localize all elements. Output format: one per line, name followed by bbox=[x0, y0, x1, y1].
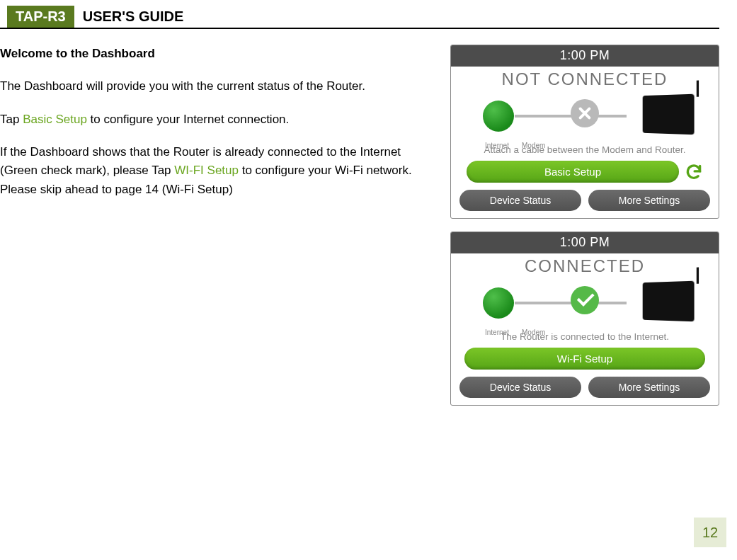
label-modem: Modem bbox=[522, 328, 545, 336]
page-header: TAP-R3 USER'S GUIDE bbox=[0, 6, 719, 29]
label-internet: Internet bbox=[485, 142, 509, 149]
router-device-icon bbox=[643, 94, 695, 135]
dashboard-screenshot-not-connected: 1:00 PM NOT CONNECTED Internet Modem Att… bbox=[450, 45, 719, 219]
section-heading: Welcome to the Dashboard bbox=[0, 45, 433, 63]
internet-globe-icon bbox=[483, 287, 514, 319]
more-settings-button[interactable]: More Settings bbox=[588, 377, 710, 398]
connection-diagram: Internet Modem bbox=[451, 278, 719, 327]
time-bar: 1:00 PM bbox=[451, 232, 719, 253]
paragraph-2: Tap Basic Setup to configure your Intern… bbox=[0, 110, 433, 129]
router-device-icon bbox=[643, 281, 695, 322]
check-icon bbox=[571, 286, 599, 314]
device-status-button[interactable]: Device Status bbox=[459, 190, 581, 211]
wifi-setup-button[interactable]: Wi-Fi Setup bbox=[464, 348, 705, 370]
internet-globe-icon bbox=[483, 101, 514, 132]
label-internet: Internet bbox=[485, 328, 509, 336]
product-badge: TAP-R3 bbox=[7, 6, 74, 28]
basic-setup-button[interactable]: Basic Setup bbox=[467, 161, 679, 183]
connection-status: CONNECTED bbox=[451, 256, 719, 276]
paragraph-3: If the Dashboard shows that the Router i… bbox=[0, 143, 433, 199]
body-text: Welcome to the Dashboard The Dashboard w… bbox=[0, 45, 433, 418]
label-modem: Modem bbox=[522, 142, 545, 149]
dashboard-screenshot-connected: 1:00 PM CONNECTED Internet Modem The Rou… bbox=[450, 232, 719, 406]
basic-setup-ref: Basic Setup bbox=[23, 113, 87, 126]
connection-diagram: Internet Modem bbox=[451, 91, 719, 140]
paragraph-1: The Dashboard will provide you with the … bbox=[0, 77, 433, 96]
device-status-button[interactable]: Device Status bbox=[459, 377, 581, 398]
page-number: 12 bbox=[694, 518, 726, 547]
more-settings-button[interactable]: More Settings bbox=[588, 190, 710, 211]
error-x-icon bbox=[571, 99, 599, 127]
refresh-icon[interactable] bbox=[685, 163, 703, 181]
time-bar: 1:00 PM bbox=[451, 45, 719, 67]
doc-title: USER'S GUIDE bbox=[74, 6, 193, 28]
connection-status: NOT CONNECTED bbox=[451, 69, 719, 89]
wifi-setup-ref: WI-FI Setup bbox=[174, 164, 239, 177]
